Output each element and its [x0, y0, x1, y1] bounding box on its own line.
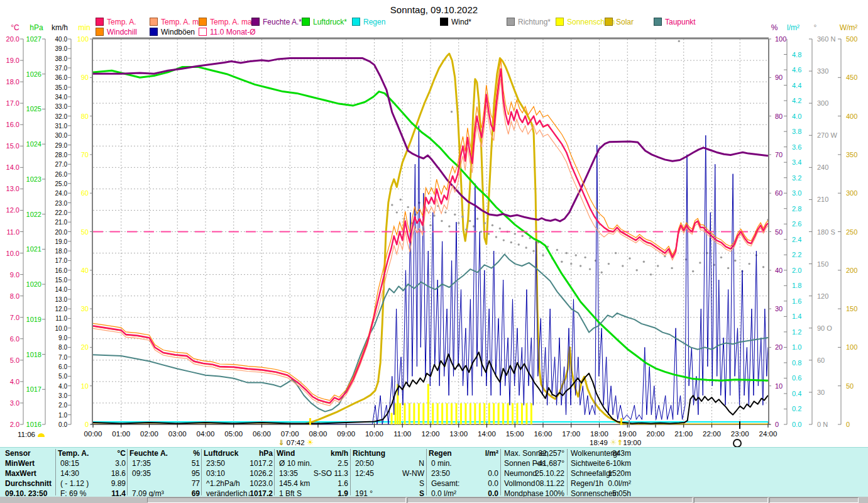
axis-label: 180 S — [817, 228, 835, 236]
axis-label: 20.0 — [6, 35, 19, 43]
direction-dot — [615, 252, 617, 254]
sunset-sun-icon: ☀ — [610, 438, 617, 447]
axis-label: 12:00 — [422, 430, 440, 438]
table-cell-unit-0: °C — [58, 449, 126, 458]
direction-dot — [608, 263, 610, 265]
sunshine-bar — [512, 403, 514, 424]
status-bar-panel — [694, 497, 768, 503]
table-cell-2-1-v: 1026.2 — [204, 469, 273, 478]
axis-label: 04:00 — [197, 430, 215, 438]
axis-label: 19.0 — [6, 57, 19, 64]
axis-label: 33.0 — [55, 103, 68, 110]
axis-label: 4.6 — [792, 66, 801, 74]
direction-dot — [454, 214, 456, 216]
axis-label: 4.8 — [792, 51, 801, 58]
axis-label: 4.0 — [58, 383, 67, 390]
axis-label: 13.0 — [6, 185, 19, 192]
axis-label: 17:00 — [562, 430, 580, 438]
table-cell-unit-1: % — [129, 449, 200, 458]
axis-label: 11.0 — [55, 315, 67, 322]
axis-label: km/h — [52, 23, 68, 32]
status-bar-panel — [407, 497, 693, 503]
axis-label: 80 — [81, 113, 89, 120]
axis-label: 2.4 — [792, 236, 801, 243]
axis-label: 20 — [775, 343, 783, 351]
axis-label: 26.0 — [55, 171, 68, 178]
table-cell-unit-3: km/h — [277, 449, 348, 458]
axis-label: 14.0 — [6, 163, 19, 171]
axis-label: 19.0 — [55, 238, 68, 245]
axis-label: 23:00 — [731, 430, 749, 438]
table-cell-header-4: Richtung — [353, 449, 385, 458]
axis-label: 7.0 — [58, 354, 67, 361]
axis-label: 80 — [775, 113, 783, 120]
axis-label: 01:00 — [112, 430, 130, 438]
direction-dot — [400, 199, 402, 201]
sunshine-bar — [464, 403, 466, 424]
table-cell-info1-1-v: 6-10km — [571, 459, 631, 468]
direction-dot — [444, 211, 446, 213]
direction-dot — [601, 272, 603, 274]
axis-label: 150 — [846, 305, 857, 312]
axis-label: 500 — [846, 35, 857, 43]
axis-label: 100 — [775, 35, 786, 43]
axis-label: 10 — [775, 382, 783, 390]
axis-label: 9.0 — [10, 271, 19, 279]
axis-label: 24:00 — [759, 430, 777, 438]
axis-label: 3.8 — [792, 128, 801, 135]
axis-label: 08:00 — [309, 430, 327, 438]
axis-label: 2.0 — [10, 421, 19, 428]
direction-dot — [484, 222, 486, 224]
axis-label: 0 N — [817, 421, 828, 428]
axis-label: 40 — [775, 267, 783, 274]
axis-label: 15.0 — [55, 277, 68, 284]
direction-dot — [476, 218, 478, 219]
direction-dot — [433, 214, 435, 216]
direction-dot — [584, 257, 586, 258]
table-cell-1-0-v: 51 — [129, 459, 200, 468]
status-bar-panel — [769, 497, 859, 503]
axis-label: 1021 — [26, 245, 41, 253]
direction-dot — [492, 224, 493, 226]
stats-table: SensorMinWertMaxWertDurchschnitt09.10. 2… — [0, 447, 868, 497]
axis-label: 120 — [817, 292, 828, 300]
axis-label: hPa — [30, 23, 43, 32]
table-cell-3-2-v: 1.6 — [277, 479, 348, 489]
axis-label: 13:00 — [449, 430, 468, 438]
axis-label: 210 — [817, 196, 828, 203]
full-moon-icon — [733, 439, 742, 448]
table-cell-0-0-v: 3.0 — [58, 459, 126, 468]
axis-label: 200 — [846, 267, 857, 274]
axis-label: 0 — [846, 421, 850, 428]
axis-label: 36.0 — [55, 74, 68, 81]
sunshine-bar — [488, 403, 490, 424]
axis-label: 07:00 — [281, 430, 299, 438]
axis-label: 30.0 — [55, 132, 68, 139]
direction-dot — [514, 233, 516, 235]
sunshine-bar — [474, 403, 476, 424]
axis-label: 7.0 — [10, 314, 19, 321]
axis-label: 1026 — [26, 70, 41, 78]
direction-dot — [566, 252, 568, 254]
axis-label: 1019 — [26, 316, 41, 323]
axis-label: 0.8 — [792, 359, 801, 367]
table-cell-5-1-v: 0.0 — [429, 469, 498, 478]
sunshine-bar — [404, 403, 405, 424]
direction-dot — [499, 228, 501, 229]
sunshine-bar — [432, 403, 434, 424]
axis-label: 31.0 — [55, 123, 68, 130]
sunshine-bar — [502, 403, 504, 424]
axis-label: 34.0 — [55, 94, 68, 101]
axis-label: min — [78, 23, 90, 32]
axis-label: 23.0 — [55, 200, 68, 207]
axis-label: 10:00 — [365, 430, 383, 438]
axis-label: 50 — [846, 382, 854, 390]
direction-dot — [441, 220, 442, 222]
axis-label: 30 — [775, 305, 783, 312]
direction-dot — [510, 241, 512, 243]
direction-dot — [650, 274, 652, 275]
axis-label: 3.0 — [792, 189, 801, 197]
axis-label: % — [771, 23, 778, 32]
table-cell-rowlabel-0: Sensor — [5, 449, 54, 458]
axis-label: 16:00 — [534, 430, 552, 438]
